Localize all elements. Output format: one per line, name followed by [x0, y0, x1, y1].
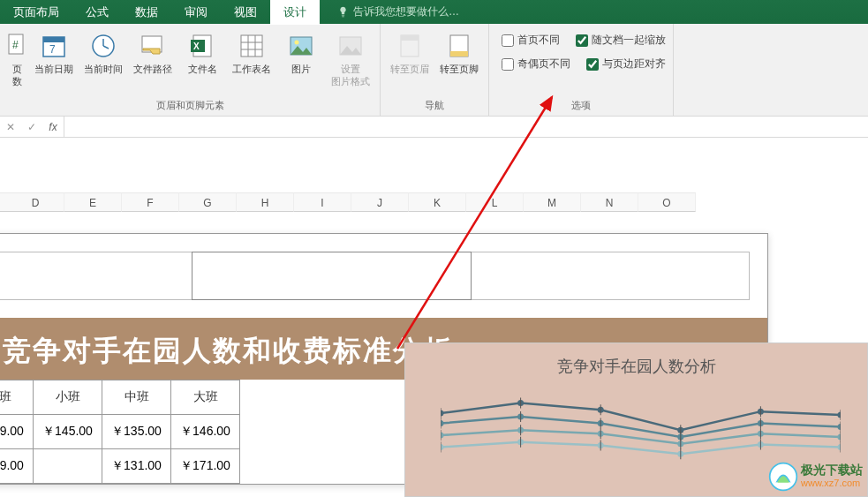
svg-point-24	[441, 410, 444, 417]
tab-formula[interactable]: 公式	[72, 0, 122, 25]
table-header-cell[interactable]: 托班	[0, 380, 34, 415]
col-header[interactable]: D	[7, 192, 64, 212]
svg-rect-3	[43, 37, 64, 42]
tell-me-search[interactable]: 告诉我您想要做什么…	[337, 4, 459, 19]
header-edit-zone[interactable]	[0, 252, 750, 300]
svg-point-34	[837, 412, 841, 418]
svg-rect-23	[450, 51, 468, 56]
go-to-footer-button[interactable]: 转至页脚	[437, 27, 481, 75]
table-cell[interactable]: ￥169.00	[0, 415, 34, 449]
confirm-button[interactable]: ✓	[21, 121, 42, 133]
watermark-logo: 极光下载站 www.xz7.com	[768, 462, 863, 492]
cancel-button[interactable]: ✕	[0, 121, 21, 133]
folder-icon	[140, 33, 166, 59]
calendar-icon: 7	[41, 33, 67, 59]
clock-icon	[90, 33, 117, 59]
col-header[interactable]: J	[351, 192, 409, 212]
page-number-icon: #	[8, 34, 26, 58]
col-header[interactable]: O	[638, 192, 696, 212]
header-right-section[interactable]	[471, 252, 749, 299]
tab-view[interactable]: 视图	[221, 0, 270, 25]
col-header[interactable]: E	[64, 192, 122, 212]
chart-title: 竞争对手在园人数分析	[405, 343, 867, 384]
table-cell[interactable]: ￥146.00	[171, 415, 240, 449]
group-label-nav: 导航	[388, 97, 481, 116]
picture-button[interactable]: 图片	[279, 27, 323, 75]
table-cell[interactable]: ￥169.00	[0, 449, 34, 484]
group-navigation: 转至页眉 转至页脚 导航	[381, 24, 489, 116]
col-header[interactable]: M	[524, 192, 581, 212]
table-cell[interactable]: ￥171.00	[171, 449, 240, 484]
sheet-name-button[interactable]: 工作表名	[230, 27, 274, 75]
go-header-icon	[396, 33, 423, 59]
ribbon-tabs: 页面布局 公式 数据 审阅 视图 设计 告诉我您想要做什么…	[0, 0, 868, 24]
checkbox-odd-even-diff[interactable]: 奇偶页不同	[502, 56, 570, 72]
svg-point-48	[441, 433, 444, 439]
aurora-icon	[768, 462, 798, 492]
group-options: 首页不同 随文档一起缩放 奇偶页不同 与页边距对齐 选项	[489, 24, 674, 116]
format-picture-button: 设置 图片格式	[328, 27, 373, 87]
table-cell[interactable]: ￥131.00	[102, 449, 171, 484]
col-header[interactable]: G	[179, 192, 237, 212]
header-center-section[interactable]	[192, 252, 472, 300]
svg-point-36	[441, 420, 444, 426]
excel-file-icon: X	[189, 33, 215, 59]
svg-point-18	[295, 41, 299, 45]
col-header[interactable]: L	[466, 192, 524, 212]
file-name-button[interactable]: X 文件名	[180, 27, 224, 75]
tab-review[interactable]: 审阅	[171, 0, 221, 25]
svg-point-70	[837, 444, 841, 450]
svg-text:#: #	[12, 39, 19, 51]
lightbulb-icon	[337, 6, 349, 18]
formula-bar: ✕ ✓ fx	[0, 117, 868, 138]
watermark-url: www.xz7.com	[801, 477, 863, 490]
checkbox-first-page-diff[interactable]: 首页不同	[502, 33, 560, 48]
fx-button[interactable]: fx	[42, 121, 64, 133]
ribbon-body: # 页 数 7 当前日期 当前时间 文件路径 X 文件名 工作表名	[0, 24, 868, 117]
formula-input[interactable]	[64, 117, 868, 137]
table-cell[interactable]: ￥135.00	[102, 415, 171, 449]
column-headers-row: D E F G H I J K L M N O	[0, 192, 868, 212]
watermark-title: 极光下载站	[801, 463, 863, 477]
tell-me-label: 告诉我您想要做什么…	[353, 4, 459, 19]
col-header[interactable]: N	[581, 192, 638, 212]
svg-text:7: 7	[49, 43, 56, 56]
header-left-section[interactable]	[0, 252, 192, 299]
group-label-hf: 页眉和页脚元素	[7, 97, 373, 116]
go-footer-icon	[446, 33, 472, 59]
file-path-button[interactable]: 文件路径	[131, 27, 175, 75]
svg-point-46	[837, 424, 841, 430]
table-header-row: 总数/均价 托班 小班 中班 大班	[0, 380, 240, 415]
tab-page-layout[interactable]: 页面布局	[0, 0, 72, 25]
col-header[interactable]: F	[122, 192, 179, 212]
group-header-footer-elements: # 页 数 7 当前日期 当前时间 文件路径 X 文件名 工作表名	[0, 24, 381, 116]
table-row: ￥645.00 ￥169.00 ￥131.00 ￥171.00	[0, 449, 240, 484]
format-picture-icon	[337, 33, 364, 59]
checkbox-scale-with-doc[interactable]: 随文档一起缩放	[576, 33, 666, 48]
table-header-cell[interactable]: 中班	[102, 380, 171, 415]
tab-design[interactable]: 设计	[270, 0, 320, 25]
sheet-area: D E F G H I J K L M N O 幼儿园竞争对手在园人数和收费标准…	[0, 138, 868, 497]
table-cell[interactable]	[34, 449, 102, 484]
svg-rect-21	[401, 35, 419, 41]
tab-data[interactable]: 数据	[122, 0, 171, 25]
col-header[interactable]: I	[294, 192, 351, 212]
svg-point-58	[837, 434, 841, 441]
group-label-opts: 选项	[496, 97, 666, 116]
picture-icon	[288, 33, 314, 59]
svg-text:X: X	[193, 41, 200, 51]
table-header-cell[interactable]: 小班	[34, 380, 102, 415]
table-cell[interactable]: ￥145.00	[34, 415, 102, 449]
checkbox-align-margins[interactable]: 与页边距对齐	[586, 56, 666, 72]
col-header[interactable]: K	[409, 192, 466, 212]
sheet-icon	[238, 33, 265, 59]
table-row: ￥595.00 ￥169.00 ￥145.00 ￥135.00 ￥146.00	[0, 415, 240, 449]
go-to-header-button: 转至页眉	[388, 27, 432, 75]
col-header[interactable]: H	[237, 192, 294, 212]
svg-rect-12	[241, 35, 262, 56]
page-number-button[interactable]: # 页 数	[7, 27, 26, 87]
table-header-cell[interactable]: 大班	[171, 380, 240, 415]
current-date-button[interactable]: 7 当前日期	[32, 27, 76, 75]
current-time-button[interactable]: 当前时间	[81, 27, 125, 75]
data-table: 总数/均价 托班 小班 中班 大班 ￥595.00 ￥169.00 ￥145.0…	[0, 380, 240, 484]
